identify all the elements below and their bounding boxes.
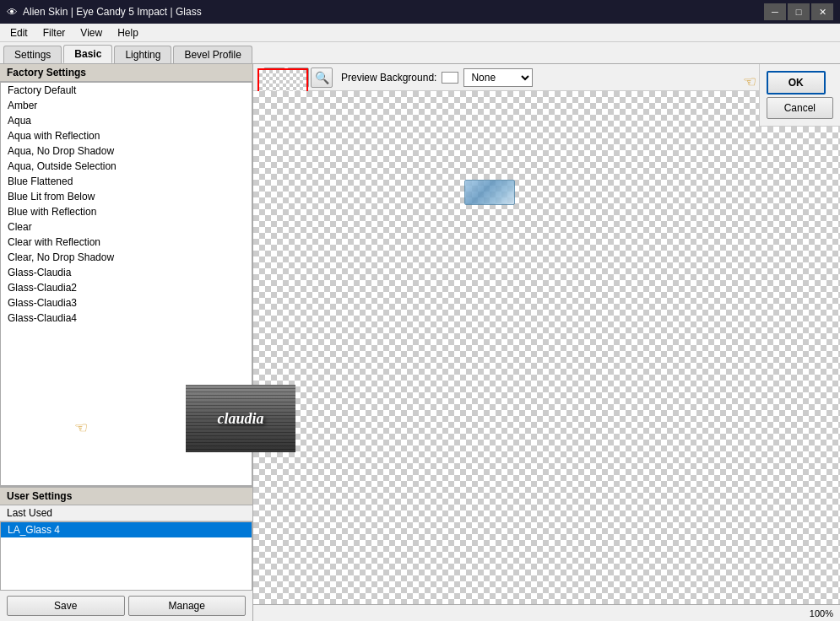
list-item[interactable]: Blue Lit from Below	[1, 189, 252, 204]
list-item[interactable]: Aqua	[1, 113, 252, 128]
tab-basic[interactable]: Basic	[63, 45, 112, 63]
zoom-level: 100%	[810, 608, 833, 618]
checkerboard-background	[253, 91, 840, 604]
bottom-buttons: Save Manage	[0, 591, 252, 621]
list-item[interactable]: Blue Flattened	[1, 174, 252, 189]
tab-settings[interactable]: Settings	[3, 46, 62, 63]
list-item[interactable]: Glass-Claudia4	[1, 310, 252, 326]
user-settings-section: User Settings Last Used LA_Glass 4 ☜ Sav…	[0, 486, 252, 621]
close-button[interactable]: ✕	[811, 3, 833, 20]
save-button[interactable]: Save	[7, 596, 125, 616]
list-item-glass-claudia[interactable]: Glass-Claudia	[1, 265, 252, 280]
right-panel: ☜ OK Cancel ✋ ↔ 🔍 Preview Background:	[253, 64, 840, 621]
manage-button[interactable]: Manage	[128, 596, 247, 616]
ok-cancel-area: ☜ OK Cancel	[759, 64, 840, 127]
zoom-tool-button[interactable]: 🔍	[311, 68, 333, 88]
status-bar: 100%	[253, 604, 840, 621]
menu-bar: Edit Filter View Help	[0, 24, 840, 42]
preview-bg-dropdown[interactable]: None White Black Custom...	[463, 68, 533, 87]
menu-help[interactable]: Help	[111, 25, 145, 40]
tab-bar: Settings Basic Lighting Bevel Profile	[0, 42, 840, 64]
claudia-preview: claudia	[186, 385, 295, 452]
factory-settings-header: Factory Settings	[0, 64, 252, 82]
list-item[interactable]: Clear, No Drop Shadow	[1, 250, 252, 265]
tab-bevel-profile[interactable]: Bevel Profile	[173, 46, 252, 63]
user-settings-header: User Settings	[0, 488, 252, 505]
last-used-label: Last Used	[0, 505, 252, 521]
user-list-item-la-glass4[interactable]: LA_Glass 4	[1, 522, 252, 537]
list-item-aqua-reflection[interactable]: Aqua with Reflection	[1, 128, 252, 143]
window-title: Alien Skin | Eye Candy 5 Impact | Glass	[23, 6, 202, 18]
list-item-clear-reflection[interactable]: Clear with Reflection	[1, 235, 252, 250]
list-item[interactable]: Glass-Claudia3	[1, 295, 252, 310]
preview-area	[253, 91, 840, 604]
window-controls: ─ □ ✕	[764, 3, 833, 20]
zoom-icon: 🔍	[315, 71, 329, 84]
list-item[interactable]: Amber	[1, 98, 252, 113]
list-item[interactable]: Aqua, No Drop Shadow	[1, 143, 252, 159]
maximize-button[interactable]: □	[788, 3, 810, 20]
minimize-button[interactable]: ─	[764, 3, 786, 20]
left-panel: Factory Settings Factory Default Amber A…	[0, 64, 253, 621]
ok-button[interactable]: OK	[767, 71, 826, 94]
app-icon: 👁	[7, 6, 18, 19]
preview-bg-selector: Preview Background: None White Black Cus…	[341, 68, 533, 87]
glass-effect-preview	[464, 180, 515, 205]
tab-lighting[interactable]: Lighting	[114, 46, 171, 63]
menu-filter[interactable]: Filter	[36, 25, 73, 40]
menu-view[interactable]: View	[73, 25, 109, 40]
main-layout: Factory Settings Factory Default Amber A…	[0, 64, 840, 621]
claudia-text: claudia	[217, 410, 263, 428]
ok-hand-cursor-icon: ☜	[743, 73, 756, 91]
preview-bg-label: Preview Background:	[341, 72, 436, 84]
list-item-clear[interactable]: Clear	[1, 219, 252, 235]
user-settings-list[interactable]: LA_Glass 4 ☜	[0, 521, 252, 591]
menu-edit[interactable]: Edit	[3, 25, 35, 40]
list-item-blue-reflection[interactable]: Blue with Reflection	[1, 204, 252, 219]
cancel-button[interactable]: Cancel	[767, 97, 833, 119]
preview-bg-swatch	[442, 72, 458, 84]
list-item[interactable]: Aqua, Outside Selection	[1, 159, 252, 174]
list-item[interactable]: Glass-Claudia2	[1, 280, 252, 295]
list-item[interactable]: Factory Default	[1, 83, 252, 98]
title-bar: 👁 Alien Skin | Eye Candy 5 Impact | Glas…	[0, 0, 840, 24]
